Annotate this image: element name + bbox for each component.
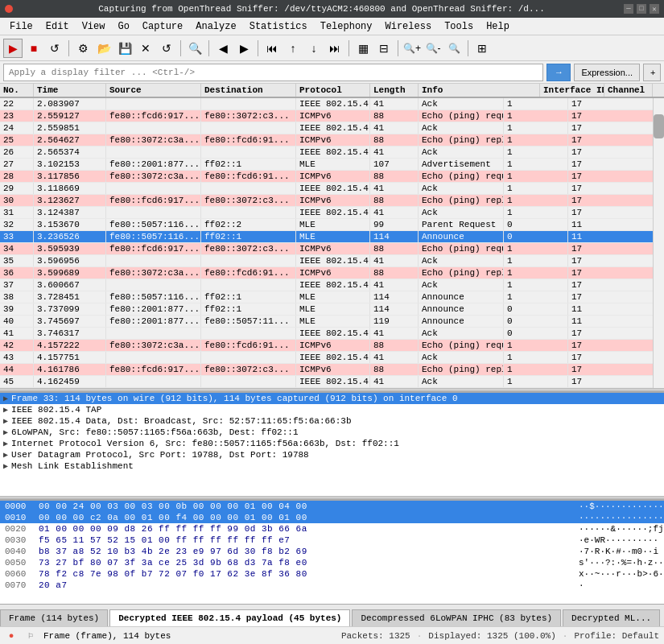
col-header-protocol[interactable]: Protocol — [296, 84, 370, 97]
table-row[interactable]: 333.236526fe80::5057:116...ff02::1MLE114… — [0, 231, 653, 243]
hex-row[interactable]: 000000 00 24 00 03 00 03 00 0b 00 00 00 … — [0, 501, 664, 512]
hex-row[interactable]: 006078 f2 c8 7e 98 0f b7 72 07 f0 17 62 … — [0, 568, 664, 580]
minimize-button[interactable]: ─ — [624, 4, 633, 14]
zoom-reset-button[interactable]: 🔍 — [444, 39, 464, 58]
table-row[interactable]: 444.161786fe80::fcd6:917...fe80::3072:c3… — [0, 364, 653, 376]
table-row[interactable]: 373.600667IEEE 802.15.441Ack117 — [0, 279, 653, 291]
table-row[interactable]: 232.559127fe80::fcd6:917...fe80::3072:c3… — [0, 110, 653, 122]
go-prev-button[interactable]: ↑ — [283, 39, 303, 58]
table-row[interactable]: 403.745697fe80::2001:877...fe80::5057:11… — [0, 316, 653, 328]
menu-item-view[interactable]: View — [76, 19, 112, 34]
colorize-button[interactable]: ▦ — [353, 39, 373, 58]
table-row[interactable]: 242.559851IEEE 802.15.441Ack117 — [0, 122, 653, 134]
bottom-tab-3[interactable]: Decrypted ML... — [563, 609, 660, 626]
go-back-button[interactable]: ◀ — [213, 39, 233, 58]
table-cell: 88 — [370, 340, 419, 351]
menu-item-statistics[interactable]: Statistics — [243, 19, 314, 34]
table-row[interactable]: 424.157222fe80::3072:c3a...fe80::fcd6:91… — [0, 340, 653, 352]
table-row[interactable]: 343.595939fe80::fcd6:917...fe80::3072:c3… — [0, 243, 653, 255]
hex-row[interactable]: 007020 a7 · — [0, 580, 664, 591]
save-file-button[interactable]: 💾 — [115, 39, 134, 58]
col-header-info[interactable]: Info — [419, 84, 540, 97]
col-header-no[interactable]: No. — [0, 84, 34, 97]
menu-item-tools[interactable]: Tools — [438, 19, 480, 34]
reload-file-button[interactable]: ↺ — [157, 39, 176, 58]
hex-row[interactable]: 002001 00 00 00 09 d8 26 ff ff ff ff 99 … — [0, 523, 664, 535]
detail-item[interactable]: ▶User Datagram Protocol, Src Port: 19788… — [0, 449, 664, 460]
menu-item-go[interactable]: Go — [111, 19, 135, 34]
resize-columns-button[interactable]: ⊞ — [472, 39, 492, 58]
table-row[interactable]: 273.102153fe80::2001:877...ff02::1MLE107… — [0, 159, 653, 171]
auto-scroll-button[interactable]: ⊟ — [374, 39, 394, 58]
go-forward-button[interactable]: ▶ — [234, 39, 254, 58]
add-filter-button[interactable]: + — [643, 64, 661, 81]
table-row[interactable]: 222.083907IEEE 802.15.441Ack117 — [0, 98, 653, 110]
table-row[interactable]: 323.153670fe80::5057:116...ff02::2MLE99P… — [0, 219, 653, 231]
detail-item[interactable]: ▶IEEE 802.15.4 Data, Dst: Broadcast, Src… — [0, 415, 664, 427]
hex-row[interactable]: 0030f5 65 11 57 52 15 01 00 ff ff ff ff … — [0, 535, 664, 546]
detail-item[interactable]: ▶IEEE 802.15.4 TAP — [0, 404, 664, 415]
capture-options-button[interactable]: ⚙ — [73, 39, 93, 58]
table-row[interactable]: 252.564627fe80::3072:c3a...fe80::fcd6:91… — [0, 134, 653, 147]
find-packet-button[interactable]: 🔍 — [185, 39, 204, 58]
close-file-button[interactable]: ✕ — [136, 39, 155, 58]
table-row[interactable]: 283.117856fe80::3072:c3a...fe80::fcd6:91… — [0, 171, 653, 183]
hex-row[interactable]: 001000 00 00 c2 0a 00 01 00 f4 00 00 00 … — [0, 512, 664, 523]
table-cell: 29 — [0, 183, 34, 194]
menu-item-analyze[interactable]: Analyze — [189, 19, 242, 34]
table-row[interactable]: 313.124387IEEE 802.15.441Ack117 — [0, 207, 653, 219]
table-row[interactable]: 383.728451fe80::5057:116...ff02::1MLE114… — [0, 291, 653, 303]
table-row[interactable]: 353.596956IEEE 802.15.441Ack117 — [0, 255, 653, 267]
col-header-source[interactable]: Source — [106, 84, 201, 97]
menu-item-help[interactable]: Help — [480, 19, 516, 34]
hex-row[interactable]: 005073 27 bf 80 07 3f 3a ce 25 3d 9b 68 … — [0, 557, 664, 568]
menu-item-wireless[interactable]: Wireless — [379, 19, 439, 34]
table-row[interactable]: 454.162459IEEE 802.15.441Ack117 — [0, 376, 653, 388]
zoom-in-button[interactable]: 🔍+ — [402, 39, 422, 58]
table-cell: MLE — [296, 219, 370, 230]
go-last-button[interactable]: ⏭ — [325, 39, 344, 58]
table-cell: Ack — [419, 147, 504, 158]
packet-list-scrollbar[interactable] — [653, 98, 664, 388]
bottom-tab-2[interactable]: Decompressed 6LoWPAN IPHC (83 bytes) — [352, 609, 561, 626]
table-cell: 3.124387 — [34, 207, 106, 218]
display-filter-input[interactable] — [3, 64, 543, 81]
detail-item[interactable]: ▶6LoWPAN, Src: fe80::5057:1165:f56a:663b… — [0, 427, 664, 438]
go-next-button[interactable]: ↓ — [304, 39, 324, 58]
bottom-tab-0[interactable]: Frame (114 bytes) — [0, 609, 108, 626]
table-row[interactable]: 262.565374IEEE 802.15.441Ack117 — [0, 147, 653, 159]
expression-button[interactable]: Expression... — [574, 64, 640, 81]
close-button[interactable]: ✕ — [650, 4, 659, 14]
stop-capture-button[interactable]: ■ — [24, 39, 43, 58]
detail-text: 6LoWPAN, Src: fe80::5057:1165:f56a:663b,… — [11, 427, 298, 437]
table-row[interactable]: 413.746317IEEE 802.15.441Ack017 — [0, 328, 653, 340]
table-row[interactable]: 293.118669IEEE 802.15.441Ack117 — [0, 183, 653, 195]
menu-item-telephony[interactable]: Telephony — [314, 19, 379, 34]
detail-item[interactable]: ▶Internet Protocol Version 6, Src: fe80:… — [0, 438, 664, 449]
start-capture-button[interactable]: ▶ — [3, 39, 23, 58]
go-first-button[interactable]: ⏮ — [262, 39, 282, 58]
menu-item-file[interactable]: File — [3, 19, 39, 34]
table-row[interactable]: 393.737099fe80::2001:877...ff02::1MLE114… — [0, 303, 653, 316]
maximize-button[interactable]: □ — [637, 4, 646, 14]
detail-item[interactable]: ▶Frame 33: 114 bytes on wire (912 bits),… — [0, 393, 664, 404]
hex-row[interactable]: 0040b8 37 a8 52 10 b3 4b 2e 23 e9 97 6d … — [0, 546, 664, 557]
apply-filter-button[interactable]: → — [546, 64, 571, 81]
table-row[interactable]: 303.123627fe80::fcd6:917...fe80::3072:c3… — [0, 195, 653, 207]
table-cell: 41 — [370, 98, 419, 109]
table-row[interactable]: 434.157751IEEE 802.15.441Ack117 — [0, 352, 653, 364]
bottom-tab-1[interactable]: Decrypted IEEE 802.15.4 payload (45 byte… — [109, 609, 350, 626]
menu-item-capture[interactable]: Capture — [136, 19, 189, 34]
col-header-channel[interactable]: Channel — [604, 84, 653, 97]
table-cell: 1 — [504, 267, 568, 279]
detail-item[interactable]: ▶Mesh Link Establishment — [0, 460, 664, 472]
col-header-ifid[interactable]: Interface ID — [540, 84, 604, 97]
zoom-out-button[interactable]: 🔍- — [423, 39, 443, 58]
col-header-length[interactable]: Length — [370, 84, 419, 97]
open-file-button[interactable]: 📂 — [94, 39, 113, 58]
col-header-destination[interactable]: Destination — [201, 84, 296, 97]
menu-item-edit[interactable]: Edit — [39, 19, 76, 34]
col-header-time[interactable]: Time — [34, 84, 106, 97]
table-row[interactable]: 363.599689fe80::3072:c3a...fe80::fcd6:91… — [0, 267, 653, 279]
restart-capture-button[interactable]: ↺ — [45, 39, 64, 58]
